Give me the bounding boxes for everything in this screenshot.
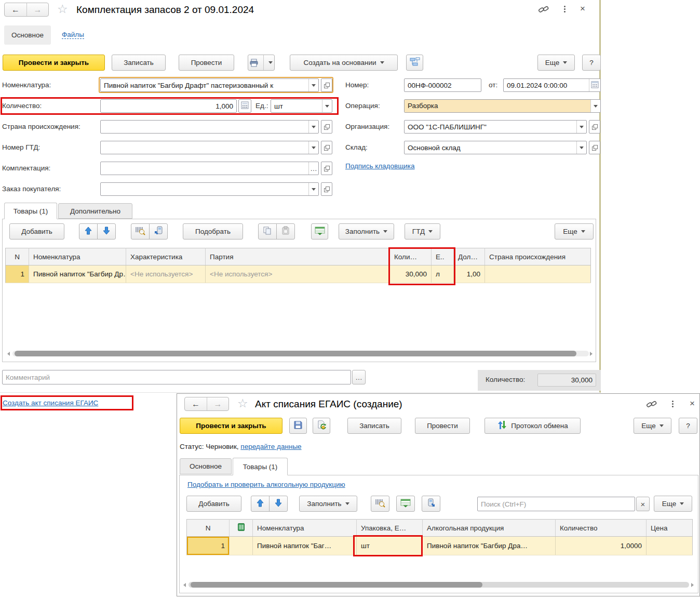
- unit-field[interactable]: шт: [271, 99, 332, 113]
- move-down-button[interactable]: [269, 496, 288, 512]
- save-button[interactable]: [289, 418, 307, 434]
- egais-row-1[interactable]: 1 Пивной напиток "Баг… шт Пивной напиток…: [187, 537, 693, 555]
- col-excise-mark[interactable]: [230, 520, 253, 537]
- more-button[interactable]: Еще: [634, 418, 671, 434]
- cell-n[interactable]: 1: [6, 265, 29, 283]
- order-field[interactable]: [100, 182, 319, 196]
- col-n[interactable]: N: [6, 248, 29, 265]
- nomenclature-field[interactable]: Пивной напиток "Багбир Драфт" пастеризов…: [100, 78, 319, 92]
- barcode-scan-button[interactable]: [371, 496, 389, 512]
- kit-open-button[interactable]: [321, 162, 332, 175]
- col-share[interactable]: Дол…: [454, 248, 485, 265]
- forward-button[interactable]: →: [26, 3, 48, 16]
- calendar-button[interactable]: [589, 79, 600, 91]
- data-terminal-button[interactable]: [422, 496, 440, 512]
- scroll-left-icon[interactable]: [7, 352, 10, 356]
- more-menu-icon[interactable]: [564, 6, 566, 7]
- close-icon[interactable]: ×: [580, 4, 585, 13]
- favorite-star-icon[interactable]: ☆: [57, 3, 68, 15]
- fill-menu-button[interactable]: Заполнить: [299, 496, 357, 512]
- cell-excise-mark[interactable]: [230, 537, 253, 555]
- col-batch[interactable]: Партия: [206, 248, 390, 265]
- egais-hscrollbar[interactable]: [183, 581, 694, 588]
- operation-field[interactable]: Разборка: [404, 99, 601, 113]
- subordination-structure-button[interactable]: [406, 55, 423, 71]
- col-nomenclature[interactable]: Номенклатура: [253, 520, 357, 537]
- write-button[interactable]: Записать: [112, 55, 166, 71]
- warehouse-open-button[interactable]: [589, 141, 600, 154]
- exchange-protocol-button[interactable]: Протокол обмена: [484, 418, 581, 434]
- organization-dropdown-arrow[interactable]: [576, 121, 586, 133]
- col-unit[interactable]: Е..: [432, 248, 454, 265]
- country-field[interactable]: [100, 120, 319, 134]
- post-and-close-button[interactable]: Провести и закрыть: [3, 55, 105, 71]
- scroll-thumb[interactable]: [15, 351, 576, 356]
- print-dropdown-arrow[interactable]: [267, 55, 274, 70]
- cell-alcohol-product[interactable]: Пивной напиток "Багбир Дра…: [423, 537, 556, 555]
- data-terminal-button[interactable]: [149, 223, 168, 240]
- warehouse-field[interactable]: Основной склад: [404, 141, 587, 154]
- nomenclature-dropdown-arrow[interactable]: [308, 79, 318, 91]
- order-open-button[interactable]: [321, 182, 332, 196]
- col-characteristic[interactable]: Характеристика: [126, 248, 206, 265]
- tab-goods[interactable]: Товары (1): [233, 458, 288, 475]
- gtd-menu-button[interactable]: ГТД: [405, 223, 440, 240]
- col-quantity[interactable]: Количество: [556, 520, 647, 537]
- order-dropdown-arrow[interactable]: [308, 183, 318, 195]
- col-alcohol-product[interactable]: Алкогольная продукция: [423, 520, 556, 537]
- cell-unit[interactable]: л: [432, 265, 454, 283]
- get-link-icon[interactable]: [646, 400, 657, 410]
- get-link-icon[interactable]: [538, 5, 549, 15]
- post-button[interactable]: Провести: [179, 55, 234, 71]
- kit-select-button[interactable]: …: [308, 162, 318, 175]
- col-country[interactable]: Страна происхождения: [485, 248, 591, 265]
- help-button[interactable]: ?: [582, 55, 601, 71]
- pick-button[interactable]: Подобрать: [183, 223, 243, 240]
- cell-price[interactable]: [647, 537, 693, 555]
- copy-rows-button[interactable]: [258, 223, 277, 240]
- kit-field[interactable]: …: [100, 162, 319, 175]
- scroll-right-icon[interactable]: [590, 352, 593, 356]
- forward-button[interactable]: →: [207, 397, 228, 410]
- col-packaging[interactable]: Упаковка, Е…: [357, 520, 423, 537]
- write-button[interactable]: Записать: [347, 418, 401, 434]
- move-up-button[interactable]: [251, 496, 270, 512]
- goods-row-1[interactable]: 1 Пивной напиток "Багбир Др… <Не использ…: [6, 265, 591, 283]
- operation-dropdown-arrow[interactable]: [590, 100, 600, 112]
- country-open-button[interactable]: [321, 120, 332, 134]
- back-button[interactable]: ←: [5, 3, 26, 16]
- cell-quantity[interactable]: 30,000: [390, 265, 432, 283]
- table-more-button[interactable]: Еще: [654, 496, 692, 512]
- gtd-dropdown-arrow[interactable]: [308, 141, 318, 154]
- cell-characteristic[interactable]: <Не используется>: [126, 265, 206, 283]
- fill-menu-button[interactable]: Заполнить: [339, 223, 394, 240]
- goods-hscrollbar[interactable]: [7, 350, 593, 357]
- favorite-star-icon[interactable]: ☆: [237, 397, 248, 409]
- reread-document-button[interactable]: [313, 418, 330, 434]
- gtd-field[interactable]: [100, 141, 319, 154]
- tab-goods[interactable]: Товары (1): [4, 203, 57, 219]
- help-button[interactable]: ?: [679, 418, 697, 434]
- comment-input[interactable]: [2, 370, 351, 384]
- search-input[interactable]: [477, 497, 635, 511]
- create-based-on-button[interactable]: Создать на основании: [290, 55, 398, 71]
- scroll-right-icon[interactable]: [691, 583, 694, 587]
- close-icon[interactable]: ×: [690, 399, 695, 408]
- gtd-open-button[interactable]: [321, 141, 332, 154]
- fill-table-button[interactable]: [396, 496, 415, 512]
- cell-quantity[interactable]: 1,0000: [556, 537, 647, 555]
- col-quantity[interactable]: Коли…: [390, 248, 432, 265]
- col-nomenclature[interactable]: Номенклатура: [29, 248, 126, 265]
- move-up-button[interactable]: [79, 223, 98, 240]
- back-button[interactable]: ←: [185, 397, 207, 410]
- fill-table-button[interactable]: [311, 223, 328, 240]
- nav-main-tab[interactable]: Основное: [4, 25, 51, 45]
- organization-open-button[interactable]: [589, 120, 600, 134]
- scroll-thumb[interactable]: [191, 582, 482, 588]
- cell-packaging[interactable]: шт: [357, 537, 423, 555]
- table-more-button[interactable]: Еще: [555, 223, 594, 240]
- cell-batch[interactable]: <Не используется>: [206, 265, 390, 283]
- post-button[interactable]: Провести: [415, 418, 470, 434]
- unit-dropdown-arrow[interactable]: [322, 100, 332, 112]
- cell-nomenclature[interactable]: Пивной напиток "Баг…: [253, 537, 357, 555]
